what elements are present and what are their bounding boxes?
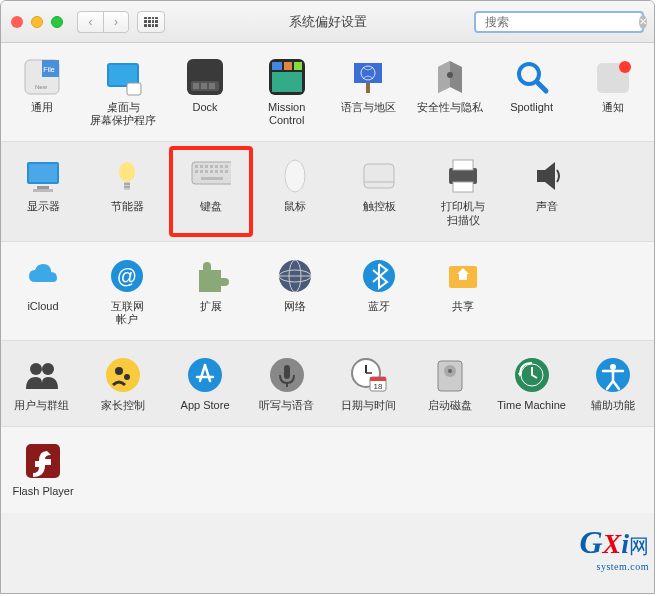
pref-notifications[interactable]: 通知 <box>572 57 654 127</box>
pref-sound[interactable]: 声音 <box>505 156 589 226</box>
pref-trackpad[interactable]: 触控板 <box>337 156 421 226</box>
svg-rect-17 <box>294 62 302 70</box>
pref-extensions[interactable]: 扩展 <box>169 256 253 326</box>
pref-icloud[interactable]: iCloud <box>1 256 85 326</box>
svg-rect-48 <box>220 170 223 173</box>
svg-rect-47 <box>215 170 218 173</box>
pref-label: 听写与语音 <box>259 399 314 412</box>
internet-accounts-icon: @ <box>107 256 147 296</box>
svg-rect-15 <box>272 62 282 70</box>
pref-parental-controls[interactable]: 家长控制 <box>83 355 165 412</box>
svg-rect-50 <box>201 177 223 180</box>
minimize-button[interactable] <box>31 16 43 28</box>
pref-sharing[interactable]: 共享 <box>421 256 505 326</box>
pref-label: 互联网 帐户 <box>111 300 144 326</box>
pref-desktop[interactable]: 桌面与 屏幕保护程序 <box>83 57 165 127</box>
svg-rect-49 <box>225 170 228 173</box>
pref-label: 通知 <box>602 101 624 114</box>
pref-internet-accounts[interactable]: @ 互联网 帐户 <box>85 256 169 326</box>
pref-flash-player[interactable]: Flash Player <box>1 441 85 498</box>
svg-rect-40 <box>215 165 218 168</box>
pref-startup-disk[interactable]: 启动磁盘 <box>409 355 491 412</box>
pref-time-machine[interactable]: Time Machine <box>491 355 573 412</box>
pref-displays[interactable]: 显示器 <box>1 156 85 226</box>
pref-mission-control[interactable]: Mission Control <box>246 57 328 127</box>
preferences-grid: FileNew 通用 桌面与 屏幕保护程序 Dock Mis <box>1 43 654 513</box>
displays-icon <box>23 156 63 196</box>
show-all-button[interactable] <box>137 11 165 33</box>
svg-point-70 <box>188 358 222 392</box>
forward-button[interactable]: › <box>103 11 129 33</box>
pref-label: Time Machine <box>497 399 566 412</box>
pref-label: 用户与群组 <box>14 399 69 412</box>
clear-search-button[interactable]: ✕ <box>639 15 647 29</box>
language-icon <box>348 57 388 97</box>
network-icon <box>275 256 315 296</box>
watermark: GXi网 system.com <box>579 524 649 572</box>
pref-label: 蓝牙 <box>368 300 390 313</box>
svg-rect-44 <box>200 170 203 173</box>
pref-label: Dock <box>193 101 218 114</box>
pref-label: 日期与时间 <box>341 399 396 412</box>
svg-point-51 <box>285 160 305 192</box>
pref-mouse[interactable]: 鼠标 <box>253 156 337 226</box>
pref-network[interactable]: 网络 <box>253 256 337 326</box>
zoom-button[interactable] <box>51 16 63 28</box>
search-field[interactable]: ✕ <box>474 11 644 33</box>
users-icon <box>22 355 62 395</box>
pref-app-store[interactable]: App Store <box>164 355 246 412</box>
svg-rect-38 <box>205 165 208 168</box>
printers-icon <box>443 156 483 196</box>
dictation-icon <box>267 355 307 395</box>
pref-security[interactable]: 安全性与隐私 <box>409 57 491 127</box>
pref-accessibility[interactable]: 辅助功能 <box>572 355 654 412</box>
keyboard-icon <box>191 156 231 196</box>
pref-printers[interactable]: 打印机与 扫描仪 <box>421 156 505 226</box>
svg-line-24 <box>537 82 546 91</box>
pref-general[interactable]: FileNew 通用 <box>1 57 83 127</box>
svg-point-87 <box>610 364 616 370</box>
flash-icon <box>23 441 63 481</box>
svg-rect-13 <box>209 83 215 89</box>
pref-spotlight[interactable]: Spotlight <box>491 57 573 127</box>
pref-label: 通用 <box>31 101 53 114</box>
grid-icon <box>144 17 158 27</box>
svg-rect-29 <box>37 186 49 189</box>
pref-keyboard[interactable]: 键盘 <box>169 146 253 236</box>
pref-energy-saver[interactable]: 节能器 <box>85 156 169 226</box>
notifications-icon <box>593 57 633 97</box>
svg-rect-46 <box>210 170 213 173</box>
pref-users-groups[interactable]: 用户与群组 <box>1 355 83 412</box>
pref-date-time[interactable]: 18 日期与时间 <box>328 355 410 412</box>
svg-point-82 <box>448 369 452 373</box>
svg-rect-78 <box>370 377 386 381</box>
pref-dictation[interactable]: 听写与语音 <box>246 355 328 412</box>
svg-rect-45 <box>205 170 208 173</box>
pref-language-region[interactable]: 语言与地区 <box>328 57 410 127</box>
pref-label: 安全性与隐私 <box>417 101 483 114</box>
pref-label: 辅助功能 <box>591 399 635 412</box>
svg-rect-52 <box>364 164 394 188</box>
bluetooth-icon <box>359 256 399 296</box>
energy-icon <box>107 156 147 196</box>
pref-bluetooth[interactable]: 蓝牙 <box>337 256 421 326</box>
desktop-icon <box>103 57 143 97</box>
close-button[interactable] <box>11 16 23 28</box>
svg-rect-56 <box>453 182 473 192</box>
row-hardware: 显示器 节能器 键盘 鼠标 <box>1 142 654 241</box>
svg-rect-18 <box>272 72 302 92</box>
svg-rect-42 <box>225 165 228 168</box>
pref-label: 扩展 <box>200 300 222 313</box>
search-input[interactable] <box>485 15 635 29</box>
pref-label: Mission Control <box>268 101 305 127</box>
back-button[interactable]: ‹ <box>77 11 103 33</box>
pref-dock[interactable]: Dock <box>164 57 246 127</box>
svg-text:File: File <box>43 66 54 73</box>
mouse-icon <box>275 156 315 196</box>
svg-rect-8 <box>127 83 141 95</box>
timemachine-icon <box>512 355 552 395</box>
system-preferences-window: ‹ › 系统偏好设置 ✕ FileNew 通用 <box>0 0 655 594</box>
svg-point-66 <box>42 363 54 375</box>
window-title: 系统偏好设置 <box>289 13 367 31</box>
pref-label: 打印机与 扫描仪 <box>441 200 485 226</box>
